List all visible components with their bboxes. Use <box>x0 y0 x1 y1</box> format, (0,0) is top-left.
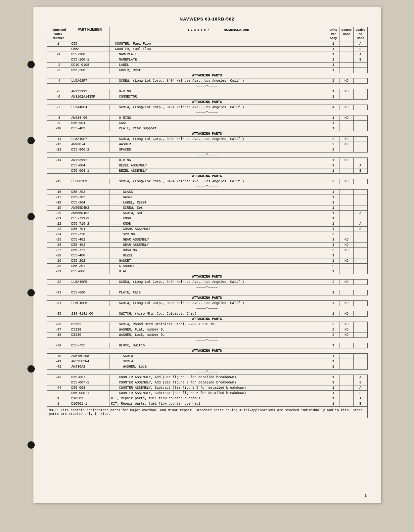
fig-index <box>47 163 70 168</box>
table-row: -14AN123992. . O-RING 1KD <box>47 157 367 163</box>
note-row: NOTE: Kits contain replacement parts for… <box>47 406 367 418</box>
part-number: D55-100 <box>70 52 110 57</box>
usable-on-code <box>353 200 367 205</box>
usable-on-code <box>353 136 367 142</box>
fig-index: 1 <box>47 41 70 46</box>
units-per-assy: 1 <box>327 380 340 385</box>
units-per-assy: 2 <box>327 232 340 237</box>
part-number: LL5A40P5 <box>70 279 110 285</box>
source-code: KD <box>340 105 353 110</box>
nomenclature: . . BEZEL ASSEMBLY <box>110 163 327 168</box>
units-per-assy: 1 <box>327 57 340 62</box>
table-row: -15LL5G62P9. . SCREW, (Long-Lok Corp., 8… <box>47 179 367 184</box>
fig-index: -7 <box>47 105 70 110</box>
part-number: D55-008-1 <box>70 390 110 396</box>
units-per-assy: 1 <box>327 46 340 52</box>
fig-index <box>47 380 70 385</box>
fig-index: -11 <box>47 136 70 142</box>
source-code <box>340 232 353 237</box>
table-row: 1C55. COUNTER, Fuel Flow 1A <box>47 41 367 46</box>
fig-index: -24 <box>47 232 70 237</box>
usable-on-code: B <box>353 168 367 173</box>
nomenclature: . . O-RING <box>110 157 327 163</box>
part-number: D55-006 <box>70 269 110 274</box>
part-number: D55-704 <box>70 226 110 232</box>
part-number: AN123992 <box>70 89 110 94</box>
source-code: KD <box>340 322 353 327</box>
fig-index: -34 <box>47 300 70 306</box>
part-number: C55A <box>70 46 110 52</box>
source-code: KD <box>340 247 353 253</box>
usable-on-code: B <box>353 57 367 62</box>
part-number: AN3102A14S5P <box>70 94 110 99</box>
nomenclature: . . WASHER, Lock, number 0. <box>110 332 327 337</box>
source-code: KD <box>340 327 353 332</box>
table-row: ATTACHING PARTS <box>47 295 367 300</box>
usable-on-code <box>353 147 367 152</box>
table-row: -----*----- <box>47 152 367 157</box>
source-code <box>340 216 353 221</box>
part-number: D55-702 <box>70 195 110 200</box>
source-code <box>340 62 353 67</box>
usable-on-code <box>353 126 367 131</box>
source-code <box>340 126 353 131</box>
source-code <box>340 380 353 385</box>
table-row: -44D55-008. . COUNTER ASSEMBLY, Subtract… <box>47 385 367 390</box>
table-row: 1D10501KIT, Repair parts, fuel flow coun… <box>47 396 367 401</box>
source-code <box>340 290 353 295</box>
usable-on-code <box>353 269 367 274</box>
source-code: KD <box>340 115 353 120</box>
nomenclature: . . . SCREW <box>110 353 327 359</box>
part-number: D55-004 <box>70 163 110 168</box>
part-number: D55-301 <box>70 263 110 269</box>
source-code <box>340 200 353 205</box>
source-code: KD <box>340 311 353 316</box>
part-number: D55-008 <box>70 385 110 390</box>
nomenclature: . . . KNOB <box>110 221 327 226</box>
source-code: KD <box>340 279 353 285</box>
fig-index: -20 <box>47 210 70 216</box>
nomenclature: . . COVER, Rear <box>110 67 327 73</box>
table-row: -----*----- <box>47 184 367 189</box>
usable-on-code <box>353 62 367 67</box>
usable-on-code <box>353 364 367 369</box>
nomenclature: . . COUNTER ASSEMBLY, Subtract (See figu… <box>110 385 327 390</box>
table-row: 1D10501-1KIT, Repair parts, fuel flow co… <box>47 401 367 406</box>
nomenclature: . . SPACER <box>110 147 327 152</box>
nomenclature: . . BLOCK, Switch <box>110 343 327 348</box>
table-row: ATTACHING PARTS <box>47 348 367 353</box>
col-header-nom: 1 2 3 4 5 6 7 NOMENCLATURE <box>110 27 327 41</box>
part-number: LL5G62P9 <box>70 179 110 184</box>
usable-on-code <box>353 205 367 210</box>
part-number: D55-204 <box>70 200 110 205</box>
table-row: -42AN936A2. . . WASHER, Lock 1 <box>47 364 367 369</box>
part-number: D55-202 <box>70 258 110 263</box>
source-code <box>340 120 353 126</box>
source-code <box>340 390 353 396</box>
nomenclature: . . CONNECTOR <box>110 94 327 99</box>
units-per-assy: 4 <box>327 105 340 110</box>
source-code <box>340 189 353 195</box>
source-code <box>340 359 353 364</box>
table-row: -34LL5G40P5. . SCREW, (Long-Lok Corp., 8… <box>47 300 367 306</box>
source-code <box>340 343 353 348</box>
units-per-assy: 2 <box>327 142 340 147</box>
usable-on-code <box>353 179 367 184</box>
fig-index: -27 <box>47 247 70 253</box>
table-row: -----*----- <box>47 369 367 375</box>
usable-on-code <box>353 195 367 200</box>
table-row: -21D55-719-1. . . KNOB 1 <box>47 216 367 221</box>
part-number: AN123992 <box>70 157 110 163</box>
document-title: NAVWEPS 03-10RB-502 <box>47 17 368 22</box>
fig-index: -40 <box>47 353 70 359</box>
source-code: KD <box>340 89 353 94</box>
part-number: AN565D4H2 <box>70 205 110 210</box>
part-number: D55-402 <box>70 237 110 242</box>
units-per-assy: 2 <box>327 147 340 152</box>
table-row: -39D55-715. . BLOCK, Switch 1 <box>47 343 367 348</box>
fig-index: -39 <box>47 343 70 348</box>
fig-index: -9 <box>47 120 70 126</box>
source-code: KD <box>340 136 353 142</box>
fig-index <box>47 168 70 173</box>
table-row: -20AN565D4H2. . . SCREW, Set 1A <box>47 210 367 216</box>
